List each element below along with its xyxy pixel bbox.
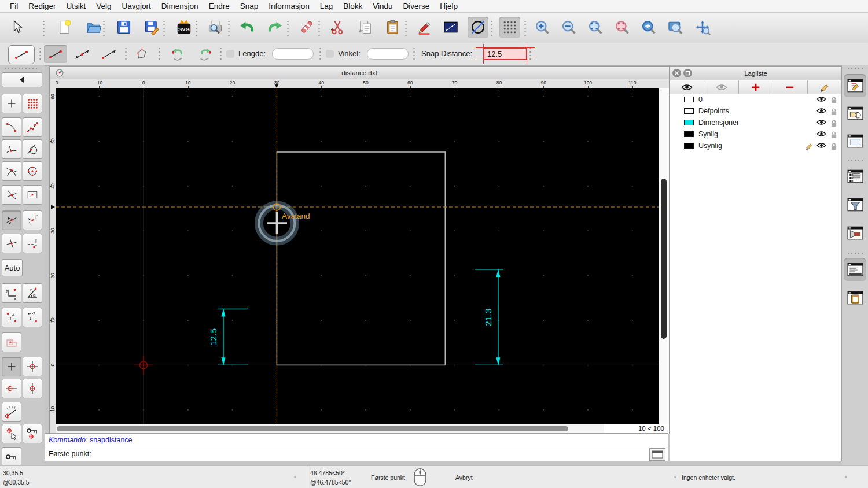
snap-reference-button[interactable] [23,185,42,205]
toggle-library-browser-button[interactable] [844,130,866,153]
hide-all-layers-button[interactable] [704,80,738,94]
toggle-property-editor-button[interactable] [844,165,866,188]
toggle-clipboard-panel-button[interactable] [844,286,866,309]
save-as-button[interactable] [141,17,162,38]
snap-perpendicular-button[interactable] [2,139,21,159]
menu-item-rediger[interactable]: Rediger [23,2,61,10]
open-file-button[interactable] [83,17,104,38]
layer-lock-icon[interactable] [830,142,837,150]
menu-item-endre[interactable]: Endre [204,2,235,10]
snap-xy-button[interactable]: y x [2,283,21,303]
delete-button[interactable] [296,17,317,38]
menu-item-blokk[interactable]: Blokk [338,2,367,10]
detach-panel-button[interactable] [683,69,692,77]
set-relative-zero-button[interactable] [2,424,21,443]
snap-ortho1-button[interactable]: 1 2 [2,308,21,327]
vertical-scrollbar[interactable] [659,88,669,424]
dimension-12-5[interactable]: 12.5 [208,309,248,365]
lock-relative-zero-button[interactable] [23,424,42,443]
menu-item-vindu[interactable]: Vindu [367,2,398,10]
snap-distance-manual-button[interactable]: 1 2 [23,210,42,230]
add-layer-button[interactable] [739,80,773,94]
current-tool-button[interactable] [8,45,35,64]
menu-item-fil[interactable]: Fil [5,2,23,10]
snap-auto-intersection-button[interactable] [2,185,21,205]
menu-item-utsikt[interactable]: Utsikt [61,2,91,10]
layer-row-3[interactable]: Synlig [670,128,841,140]
layer-row-1[interactable]: Defpoints [670,105,841,117]
snap-coordinate-button[interactable] [23,234,42,253]
command-input[interactable]: Første punkt: [45,446,668,461]
toggle-layer-list-button[interactable] [844,74,866,97]
snap-on-entity-button[interactable] [23,117,42,137]
undo-segment-button[interactable] [167,45,190,63]
layer-visibility-icon[interactable] [816,119,826,126]
snap-free-button[interactable] [2,94,21,113]
snap-intersection-button[interactable] [2,161,21,181]
print-preview-button[interactable] [205,17,226,38]
remove-layer-button[interactable] [773,80,807,94]
restrict-horizontal-button[interactable] [2,379,21,398]
restrict-angle-button[interactable] [2,402,21,422]
vinkel-checkbox[interactable] [326,50,334,58]
grid-toggle-button[interactable] [499,17,520,38]
layer-lock-icon[interactable] [830,96,837,104]
snap-grid-button[interactable] [23,94,42,113]
undo-button[interactable] [237,17,258,38]
menu-item-velg[interactable]: Velg [91,2,116,10]
select-tool-button[interactable] [7,17,28,38]
horizontal-scrollbar-thumb[interactable] [57,426,568,431]
layer-visibility-icon[interactable] [816,142,826,149]
menu-item-dimensjon[interactable]: Dimensjon [156,2,204,10]
line-two-points-button[interactable] [44,45,67,63]
zoom-window-button[interactable] [665,17,686,38]
toggle-block-list-button[interactable] [844,102,866,125]
zoom-selection-button[interactable] [612,17,632,38]
drawing-window-titlebar[interactable]: distance.dxf [50,67,669,79]
cut-button[interactable] [327,17,348,38]
lengde-input[interactable] [272,48,314,60]
restrict-none-button[interactable] [2,357,21,376]
paste-button[interactable] [382,17,403,38]
snap-polar-button[interactable]: r a [23,283,42,303]
toggle-command-window-button[interactable] [649,448,665,461]
new-file-button[interactable] [54,17,75,38]
snap-distance-input[interactable]: 12.5 [484,48,527,60]
layer-row-4[interactable]: Usynlig [670,140,841,151]
zoom-in-button[interactable] [532,17,553,38]
redo-button[interactable] [264,17,285,38]
layer-visibility-icon[interactable] [816,95,826,103]
polyline-button[interactable] [131,45,154,63]
auto-button[interactable]: Auto [2,259,23,276]
drawing-preferences-button[interactable] [414,17,435,38]
menu-item-diverse[interactable]: Diverse [398,2,435,10]
svg-export-button[interactable]: SVG [174,17,194,38]
zoom-pan-button[interactable] [692,17,713,38]
snap-tangent-button[interactable] [23,139,42,159]
edit-layer-button[interactable] [808,80,841,94]
snap-endpoints-button[interactable] [2,117,21,137]
layer-visibility-icon[interactable] [816,107,826,114]
layer-row-0[interactable]: 0 [670,94,841,105]
vertical-scrollbar-thumb[interactable] [661,179,667,339]
rectangle-entity[interactable] [277,152,445,365]
layer-visibility-icon[interactable] [816,130,826,138]
lengde-checkbox[interactable] [226,50,234,58]
zoom-auto-button[interactable] [585,17,606,38]
ortho-off-button[interactable] [468,17,488,38]
layer-lock-icon[interactable] [830,108,837,116]
menu-item-hjelp[interactable]: Hjelp [435,2,463,10]
close-panel-button[interactable] [672,69,681,77]
horizontal-scrollbar[interactable] [56,424,604,434]
vinkel-input[interactable] [367,48,409,60]
restrict-orthogonal-button[interactable] [23,357,42,376]
drawing-canvas[interactable]: 12.5 21.3 [56,88,659,424]
layer-row-2[interactable]: Dimensjoner [670,117,841,128]
save-button[interactable] [113,17,134,38]
snap-ortho2-button[interactable]: 1 2 [23,308,42,327]
layer-lock-icon[interactable] [830,119,837,127]
palette-back-button[interactable] [2,72,42,87]
toggle-command-line-button[interactable] [844,258,866,281]
ray-button[interactable] [97,45,120,63]
snap-restrict-off-button[interactable] [2,332,21,352]
